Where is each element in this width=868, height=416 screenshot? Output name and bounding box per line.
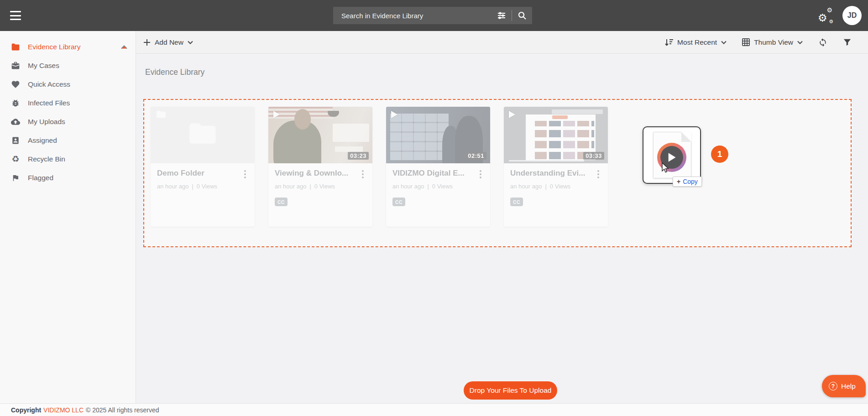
mouse-cursor-icon: [661, 162, 671, 175]
sort-selector[interactable]: Most Recent: [665, 38, 727, 47]
assigned-badge-icon: [11, 136, 20, 145]
drop-files-upload-button[interactable]: Drop Your Files To Upload: [464, 381, 557, 400]
video-thumbnail: 02:51: [386, 107, 490, 163]
sidebar-item-label: My Cases: [28, 62, 59, 70]
sidebar-item-label: Infected Files: [28, 99, 70, 107]
card-understanding-evidence[interactable]: 03:33 Understanding Evi... an hour ago|0…: [504, 107, 608, 227]
help-button[interactable]: ? Help: [822, 375, 866, 397]
sidebar: Evidence Library My Cases Quick Access I…: [0, 31, 136, 403]
bug-icon: [11, 99, 20, 108]
chevron-down-icon: [797, 41, 803, 44]
play-icon: [273, 110, 280, 120]
vidizmo-app: ⚙ ⚙ ⚙ JD Evidence Library My Cases Quick…: [0, 0, 868, 416]
big-folder-icon: [188, 122, 217, 148]
sidebar-item-my-uploads[interactable]: My Uploads: [0, 112, 136, 131]
search-icon[interactable]: [512, 7, 532, 24]
kebab-menu-icon[interactable]: [595, 169, 601, 178]
card-meta: an hour ago|0 Views: [275, 183, 366, 190]
toolbar-right: Most Recent Thumb View: [665, 38, 852, 47]
sidebar-item-label: My Uploads: [28, 118, 65, 126]
sort-icon: [665, 39, 673, 46]
sidebar-item-label: Quick Access: [28, 80, 70, 88]
search-input[interactable]: [333, 7, 492, 24]
folder-thumbnail: [151, 107, 255, 163]
card-vidizmo-digital[interactable]: 02:51 VIDIZMO Digital E... an hour ago|0…: [386, 107, 490, 227]
sidebar-item-assigned[interactable]: Assigned: [0, 131, 136, 150]
card-meta: an hour ago|0 Views: [510, 183, 601, 190]
card-title: Viewing & Downlo...: [275, 169, 360, 178]
card-title: VIDIZMO Digital E...: [392, 169, 477, 178]
refresh-button[interactable]: [818, 38, 827, 47]
chevron-down-icon: [721, 41, 727, 44]
footer-rights: © 2025 All rights reserved: [86, 406, 159, 414]
view-selector[interactable]: Thumb View: [742, 38, 803, 47]
footer-company-link[interactable]: VIDIZMO LLC: [43, 406, 84, 414]
user-avatar[interactable]: JD: [842, 6, 862, 25]
add-new-button[interactable]: Add New: [143, 38, 193, 47]
sidebar-item-evidence-library[interactable]: Evidence Library: [0, 37, 136, 56]
card-title: Understanding Evi...: [510, 169, 595, 178]
cloud-upload-icon: [11, 117, 20, 126]
card-meta: an hour ago|0 Views: [392, 183, 484, 190]
kebab-menu-icon[interactable]: [242, 169, 248, 178]
play-icon: [508, 110, 516, 120]
question-mark-icon: ?: [829, 382, 837, 390]
card-meta: an hour ago|0 Views: [157, 183, 248, 190]
closed-captions-badge: CC: [510, 198, 523, 206]
duration-badge: 03:33: [583, 152, 604, 160]
video-thumbnail: 03:23: [268, 107, 372, 163]
sidebar-item-label: Evidence Library: [28, 43, 80, 51]
video-thumbnail: 03:33: [504, 107, 608, 163]
footer: Copyright VIDIZMO LLC © 2025 All rights …: [0, 403, 868, 416]
drag-copy-tooltip: +Copy: [673, 177, 702, 187]
footer-copyright: Copyright: [11, 406, 41, 414]
sidebar-item-recycle-bin[interactable]: ♻ Recycle Bin: [0, 150, 136, 168]
filter-button[interactable]: [843, 38, 852, 47]
sidebar-item-my-cases[interactable]: My Cases: [0, 56, 136, 75]
sidebar-item-infected-files[interactable]: Infected Files: [0, 94, 136, 112]
top-bar: ⚙ ⚙ ⚙ JD: [0, 0, 868, 31]
flag-icon: [11, 173, 20, 182]
plus-icon: [143, 39, 151, 46]
filter-funnel-icon: [843, 38, 852, 47]
kebab-menu-icon[interactable]: [477, 169, 484, 178]
sidebar-item-label: Flagged: [28, 174, 53, 182]
duration-badge: 02:51: [465, 152, 486, 160]
card-title: Demo Folder: [157, 169, 242, 178]
content-toolbar: Add New Most Recent Thumb View: [136, 31, 868, 54]
play-icon: [391, 110, 398, 120]
services-gear-icon[interactable]: ⚙ ⚙ ⚙: [818, 9, 833, 22]
search-filter-tune-icon[interactable]: [492, 7, 512, 24]
folder-icon: [11, 42, 20, 52]
search-bar: [333, 7, 532, 24]
grid-view-icon: [742, 38, 750, 46]
briefcase-icon: [11, 61, 20, 70]
duration-badge: 03:23: [348, 152, 369, 160]
refresh-icon: [818, 38, 827, 47]
drag-count-badge: 1: [711, 146, 728, 163]
sidebar-item-label: Recycle Bin: [28, 155, 65, 163]
card-viewing-downloading[interactable]: 03:23 Viewing & Downlo... an hour ago|0 …: [268, 107, 372, 227]
topbar-right: ⚙ ⚙ ⚙ JD: [818, 0, 862, 31]
chevron-up-icon[interactable]: [121, 43, 127, 51]
kebab-menu-icon[interactable]: [360, 169, 366, 178]
mini-folder-icon: [156, 110, 166, 120]
recycle-icon: ♻: [11, 155, 20, 164]
heart-icon: [11, 80, 20, 89]
sidebar-item-quick-access[interactable]: Quick Access: [0, 75, 136, 94]
closed-captions-badge: CC: [275, 198, 288, 206]
page-title: Evidence Library: [145, 68, 204, 77]
drag-ghost-file: [643, 126, 701, 184]
sidebar-item-flagged[interactable]: Flagged: [0, 168, 136, 187]
chevron-down-icon: [188, 41, 193, 44]
card-demo-folder[interactable]: Demo Folder an hour ago|0 Views: [151, 107, 255, 227]
sidebar-item-label: Assigned: [28, 136, 57, 145]
hamburger-menu-icon[interactable]: [10, 11, 22, 20]
closed-captions-badge: CC: [392, 198, 405, 206]
